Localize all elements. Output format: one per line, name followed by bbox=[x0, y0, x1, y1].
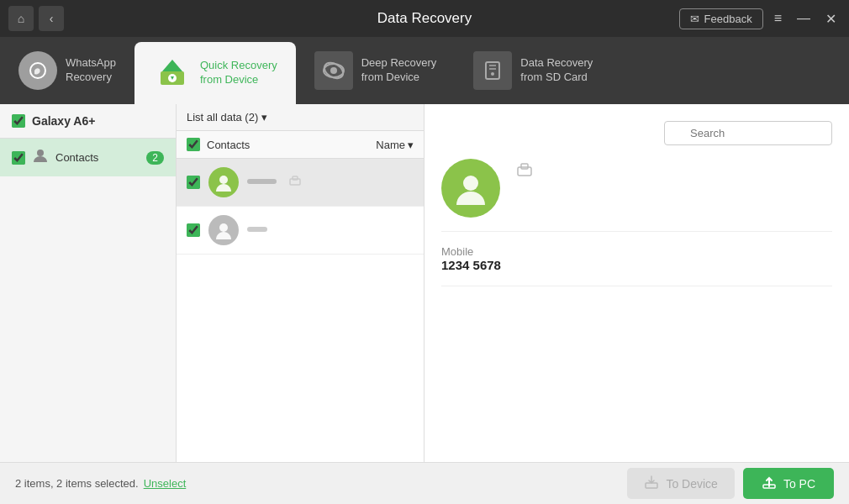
search-input[interactable] bbox=[664, 121, 832, 145]
tab-sd[interactable]: Data Recoveryfrom SD Card bbox=[455, 37, 611, 104]
contact-row-1[interactable] bbox=[177, 159, 424, 207]
svg-marker-2 bbox=[162, 60, 182, 71]
contact-row-2[interactable] bbox=[177, 207, 424, 255]
to-pc-label: To PC bbox=[783, 477, 815, 491]
tab-whatsapp[interactable]: WhatsAppRecovery bbox=[0, 37, 134, 104]
feedback-label: Feedback bbox=[704, 13, 752, 25]
toolbar-right: To Device To PC bbox=[627, 468, 834, 499]
list-all-btn[interactable]: List all data (2) ▾ bbox=[187, 111, 267, 123]
device-name: Galaxy A6+ bbox=[32, 114, 95, 128]
list-all-label: List all data (2) bbox=[187, 111, 258, 123]
name-sort-btn[interactable]: Name ▾ bbox=[376, 139, 414, 151]
svg-point-17 bbox=[219, 223, 228, 232]
status-text: 2 items, 2 items selected. bbox=[15, 477, 139, 490]
device-checkbox[interactable] bbox=[12, 114, 25, 128]
svg-point-19 bbox=[463, 176, 478, 191]
search-area: 🔍 bbox=[441, 121, 832, 145]
title-bar: ⌂ ‹ Data Recovery ✉ Feedback ≡ — ✕ bbox=[0, 0, 849, 37]
contact-2-name bbox=[247, 224, 271, 237]
sidebar-device: Galaxy A6+ bbox=[0, 104, 176, 139]
minimize-button[interactable]: — bbox=[793, 11, 815, 26]
to-device-label: To Device bbox=[666, 477, 717, 491]
file-list: List all data (2) ▾ Contacts Name ▾ bbox=[177, 104, 424, 462]
sidebar: Galaxy A6+ Contacts 2 bbox=[0, 104, 177, 462]
detail-divider bbox=[441, 231, 832, 232]
contact-1-tag bbox=[289, 175, 301, 190]
feedback-button[interactable]: ✉ Feedback bbox=[679, 8, 763, 29]
sidebar-item-contacts[interactable]: Contacts 2 bbox=[0, 139, 176, 176]
main-content: Galaxy A6+ Contacts 2 List all data (2) … bbox=[0, 104, 849, 462]
back-button[interactable]: ‹ bbox=[39, 6, 64, 31]
home-button[interactable]: ⌂ bbox=[8, 6, 34, 31]
status-area: 2 items, 2 items selected. Unselect bbox=[15, 477, 186, 490]
contacts-checkbox[interactable] bbox=[12, 151, 25, 165]
contacts-header: Contacts Name ▾ bbox=[177, 131, 424, 159]
svg-rect-18 bbox=[247, 227, 267, 232]
quick-tab-label: Quick Recoveryfrom Device bbox=[200, 59, 277, 87]
to-pc-icon bbox=[762, 475, 777, 492]
detail-avatar-area bbox=[441, 159, 832, 218]
title-bar-left: ⌂ ‹ bbox=[8, 6, 64, 31]
sd-tab-label: Data Recoveryfrom SD Card bbox=[520, 56, 593, 85]
contacts-all-checkbox[interactable] bbox=[187, 138, 200, 151]
search-wrap: 🔍 bbox=[664, 121, 832, 145]
to-pc-button[interactable]: To PC bbox=[743, 468, 834, 499]
detail-avatar bbox=[441, 159, 500, 218]
contacts-label: Contacts bbox=[55, 151, 140, 164]
svg-point-12 bbox=[37, 150, 44, 156]
tab-deep[interactable]: Deep Recoveryfrom Device bbox=[296, 37, 456, 104]
sort-icon: ▾ bbox=[408, 139, 414, 151]
contact-1-name bbox=[247, 176, 281, 189]
whatsapp-tab-label: WhatsAppRecovery bbox=[66, 56, 116, 85]
menu-button[interactable]: ≡ bbox=[770, 11, 786, 26]
unselect-button[interactable]: Unselect bbox=[144, 477, 187, 490]
app-title: Data Recovery bbox=[377, 10, 472, 27]
contact-1-avatar bbox=[208, 167, 239, 197]
title-bar-right: ✉ Feedback ≡ — ✕ bbox=[679, 8, 841, 29]
contacts-icon bbox=[32, 147, 49, 168]
to-device-icon bbox=[644, 475, 659, 492]
contacts-count: 2 bbox=[146, 151, 164, 165]
dropdown-icon: ▾ bbox=[261, 111, 267, 123]
svg-rect-16 bbox=[293, 176, 298, 180]
detail-divider-2 bbox=[441, 286, 832, 286]
phone-value: 1234 5678 bbox=[441, 258, 832, 272]
svg-rect-14 bbox=[247, 179, 277, 184]
contact-2-checkbox[interactable] bbox=[187, 223, 200, 237]
contact-2-avatar bbox=[208, 215, 239, 245]
nav-tabs: WhatsAppRecovery Quick Recoveryfrom Devi… bbox=[0, 37, 849, 104]
tab-quick[interactable]: Quick Recoveryfrom Device bbox=[134, 42, 296, 104]
contacts-header-label: Contacts bbox=[207, 139, 369, 151]
mail-icon: ✉ bbox=[690, 13, 699, 25]
phone-label: Mobile bbox=[441, 245, 832, 258]
quick-recovery-icon bbox=[153, 54, 192, 92]
svg-point-11 bbox=[491, 72, 494, 76]
file-list-toolbar: List all data (2) ▾ bbox=[177, 104, 424, 131]
to-device-button[interactable]: To Device bbox=[627, 468, 734, 499]
contact-1-checkbox[interactable] bbox=[187, 176, 200, 189]
toolbar-bar: 2 items, 2 items selected. Unselect To D… bbox=[0, 462, 849, 504]
svg-point-7 bbox=[330, 67, 337, 74]
close-button[interactable]: ✕ bbox=[821, 11, 841, 27]
svg-rect-8 bbox=[486, 62, 499, 79]
detail-panel: 🔍 Mobile 1234 5678 bbox=[424, 104, 849, 462]
deep-recovery-icon bbox=[314, 51, 353, 90]
svg-point-13 bbox=[219, 176, 228, 184]
phone-field: Mobile 1234 5678 bbox=[441, 245, 832, 272]
svg-rect-21 bbox=[521, 164, 528, 169]
detail-tag bbox=[517, 162, 532, 181]
sd-recovery-icon bbox=[473, 51, 512, 90]
deep-tab-label: Deep Recoveryfrom Device bbox=[361, 56, 437, 85]
whatsapp-icon bbox=[18, 51, 57, 90]
sort-label: Name bbox=[376, 139, 405, 151]
